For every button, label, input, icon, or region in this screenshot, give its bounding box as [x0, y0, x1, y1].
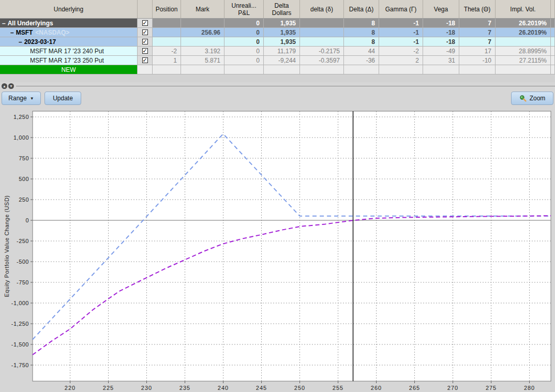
cell-delta_dollars: -9,244 [264, 56, 300, 65]
x-tick-label: 265 [409, 385, 420, 391]
cell-unrealized_pnl: 0 [224, 28, 264, 37]
column-header-check[interactable] [138, 0, 153, 18]
collapse-icon[interactable]: – [10, 29, 14, 36]
column-header-delta_small[interactable]: delta (δ) [300, 0, 344, 18]
row-label[interactable]: NEW [0, 65, 138, 74]
column-header-position[interactable]: Position [153, 0, 181, 18]
y-tick-label: -250 [17, 238, 29, 244]
cell-spacer [551, 37, 555, 47]
cell-position [153, 28, 181, 37]
cell-delta_small [300, 19, 344, 28]
collapse-icon[interactable]: – [2, 20, 6, 27]
splitter-line[interactable] [16, 86, 555, 86]
y-tick-label: -750 [17, 279, 29, 285]
row-label[interactable]: MSFT MAR 17 '23 240 Put [0, 47, 138, 56]
column-header-gamma[interactable]: Gamma (Γ) [379, 0, 423, 18]
row-label-text: MSFT [16, 29, 33, 36]
table-row[interactable]: NEW [0, 65, 555, 74]
cell-vega: -18 [423, 37, 459, 47]
panel-splitter[interactable]: ▲ ▼ [0, 82, 555, 90]
table-row[interactable]: –All Underlyings✓01,9358-1-18726.2019% [0, 19, 555, 28]
row-checkbox[interactable]: ✓ [142, 48, 148, 54]
y-tick-label: 0 [25, 217, 29, 223]
cell-theta: 17 [459, 47, 496, 56]
x-tick-label: 280 [524, 385, 535, 391]
cell-delta_cap: 8 [344, 19, 379, 28]
row-checkbox-cell: ✓ [138, 19, 153, 28]
cell-gamma [379, 65, 423, 74]
plot-background [33, 111, 551, 381]
collapse-up-button[interactable]: ▲ [2, 83, 7, 89]
cell-delta_small [300, 65, 344, 74]
zoom-button[interactable]: Zoom [511, 92, 553, 105]
cell-spacer [551, 47, 555, 56]
table-row[interactable]: –2023-03-17✓01,9358-1-187 [0, 37, 555, 47]
cell-unrealized_pnl: 0 [224, 19, 264, 28]
cell-mark [181, 65, 224, 74]
row-label-text: MSFT MAR 17 '23 250 Put [30, 57, 104, 64]
cell-vega: -18 [423, 19, 459, 28]
risk-chart-panel: Equity Portfolio Value Change (USD) 2202… [0, 107, 555, 392]
cell-theta: 7 [459, 19, 496, 28]
x-tick-label: 220 [65, 385, 76, 391]
row-checkbox-cell [138, 65, 153, 74]
table-row[interactable]: –MSFT<NASDAQ>✓256.9601,9358-1-18726.2019… [0, 28, 555, 37]
cell-unrealized_pnl: 0 [224, 37, 264, 47]
x-tick-label: 260 [371, 385, 382, 391]
cell-impl_vol: 28.8995% [496, 47, 551, 56]
collapse-icon[interactable]: – [19, 38, 22, 46]
table-body: –All Underlyings✓01,9358-1-18726.2019%–M… [0, 19, 555, 74]
column-header-spacer[interactable] [551, 0, 555, 18]
cell-delta_cap [344, 65, 379, 74]
table-row[interactable]: MSFT MAR 17 '23 240 Put✓-23.192011,179-0… [0, 47, 555, 56]
y-tick-label: -1,750 [11, 362, 29, 368]
cell-mark [181, 37, 224, 47]
x-tick-label: 275 [486, 385, 497, 391]
row-checkbox[interactable]: ✓ [142, 57, 148, 63]
x-tick-label: 230 [141, 385, 152, 391]
y-tick-label: 750 [19, 155, 29, 161]
row-label[interactable]: –2023-03-17 [0, 37, 138, 47]
cell-mark: 5.871 [181, 56, 224, 65]
cell-vega: -49 [423, 47, 459, 56]
cell-delta_dollars: 1,935 [264, 28, 300, 37]
column-header-unrealized_pnl[interactable]: Unreali... P&L [224, 0, 264, 18]
x-tick-label: 250 [294, 385, 305, 391]
cell-spacer [551, 56, 555, 65]
update-button[interactable]: Update [44, 92, 81, 105]
row-label-text: MSFT MAR 17 '23 240 Put [30, 48, 104, 55]
cell-theta: 7 [459, 28, 496, 37]
column-header-mark[interactable]: Mark [181, 0, 224, 18]
column-header-name[interactable]: Underlying [0, 0, 138, 18]
column-header-theta[interactable]: Theta (Θ) [459, 0, 496, 18]
cell-delta_dollars: 11,179 [264, 47, 300, 56]
y-tick-label: 1,000 [13, 134, 29, 141]
row-label[interactable]: –All Underlyings [0, 19, 138, 28]
cell-position [153, 37, 181, 47]
range-button[interactable]: Range ▼ [2, 92, 41, 105]
column-header-impl_vol[interactable]: Impl. Vol. [496, 0, 551, 18]
cell-unrealized_pnl: 0 [224, 56, 264, 65]
table-row[interactable]: MSFT MAR 17 '23 250 Put✓15.8710-9,244-0.… [0, 56, 555, 65]
cell-delta_small [300, 28, 344, 37]
row-checkbox[interactable]: ✓ [142, 29, 148, 35]
cell-delta_cap: -36 [344, 56, 379, 65]
cell-delta_cap: 8 [344, 37, 379, 47]
column-header-vega[interactable]: Vega [423, 0, 459, 18]
x-tick-label: 235 [179, 385, 190, 391]
cell-theta: 7 [459, 37, 496, 47]
column-header-delta_cap[interactable]: Delta (Δ) [344, 0, 379, 18]
collapse-down-button[interactable]: ▼ [8, 83, 14, 89]
row-checkbox[interactable]: ✓ [142, 20, 148, 26]
cell-position [153, 65, 181, 74]
row-label[interactable]: MSFT MAR 17 '23 250 Put [0, 56, 138, 65]
cell-impl_vol: 27.2115% [496, 56, 551, 65]
y-tick-label: 250 [19, 197, 29, 203]
row-checkbox[interactable]: ✓ [142, 39, 148, 44]
zoom-button-label: Zoom [530, 95, 546, 102]
x-tick-label: 225 [103, 385, 114, 391]
cell-unrealized_pnl [224, 65, 264, 74]
range-button-label: Range [8, 95, 26, 102]
row-label[interactable]: –MSFT<NASDAQ> [0, 28, 138, 37]
column-header-delta_dollars[interactable]: Delta Dollars [264, 0, 300, 18]
